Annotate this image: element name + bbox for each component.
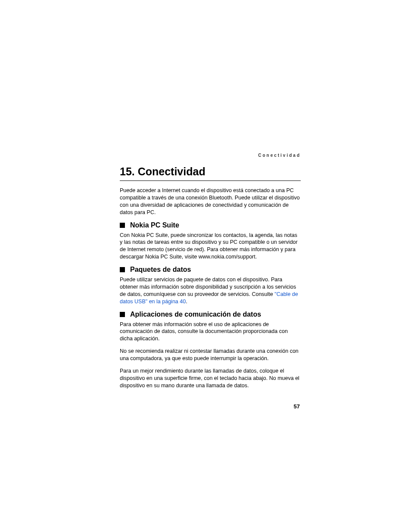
bullet-square-icon [120, 312, 125, 317]
body-paragraph: Con Nokia PC Suite, puede sincronizar lo… [120, 232, 301, 261]
section-title: Nokia PC Suite [130, 221, 179, 229]
section-heading-nokia-pc-suite: Nokia PC Suite [120, 221, 301, 229]
chapter-title: 15. Conectividad [120, 165, 301, 181]
section-title: Paquetes de datos [130, 266, 191, 274]
bullet-square-icon [120, 223, 125, 228]
paragraph-text: Puede utilizar servicios de paquete de d… [120, 277, 296, 297]
body-paragraph: No se recomienda realizar ni contestar l… [120, 348, 301, 362]
section-title: Aplicaciones de comunicación de datos [130, 311, 261, 318]
body-paragraph: Puede utilizar servicios de paquete de d… [120, 276, 301, 305]
page-content: Conectividad 15. Conectividad Puede acce… [120, 153, 301, 395]
body-paragraph: Para obtener más información sobre el us… [120, 321, 301, 343]
section-heading-paquetes-de-datos: Paquetes de datos [120, 266, 301, 274]
running-header: Conectividad [120, 153, 301, 158]
page-number: 57 [294, 403, 300, 410]
bullet-square-icon [120, 267, 125, 272]
paragraph-text-after: . [186, 299, 187, 305]
body-paragraph: Para un mejor rendimiento durante las ll… [120, 367, 301, 389]
section-heading-aplicaciones: Aplicaciones de comunicación de datos [120, 311, 301, 318]
intro-paragraph: Puede acceder a Internet cuando el dispo… [120, 187, 301, 216]
